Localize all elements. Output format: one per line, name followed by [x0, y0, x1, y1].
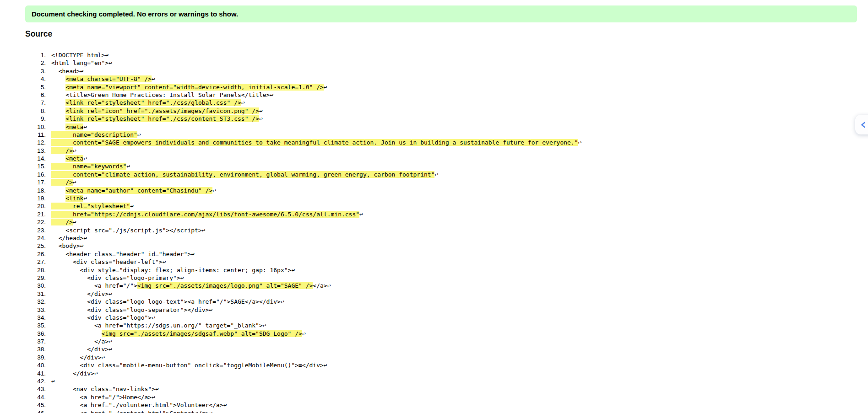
newline-glyph-icon: ↩: [51, 378, 55, 385]
source-line: 11. name="description"↩: [25, 131, 849, 139]
line-code: <script src="./js/script.js"></script>↩: [51, 226, 206, 234]
newline-glyph-icon: ↩: [80, 68, 84, 75]
line-number: 42.: [25, 377, 46, 385]
newline-glyph-icon: ↩: [108, 338, 112, 345]
newline-glyph-icon: ↩: [327, 282, 331, 289]
newline-glyph-icon: ↩: [130, 203, 134, 209]
newline-glyph-icon: ↩: [73, 179, 76, 186]
line-number: 32.: [25, 298, 46, 306]
line-code: <header class="header" id="header">↩: [51, 250, 195, 258]
line-number: 4.: [25, 75, 46, 83]
source-heading: Source: [25, 29, 52, 39]
line-code: </div>↩: [51, 354, 105, 361]
line-number: 29.: [25, 274, 46, 282]
newline-glyph-icon: ↩: [105, 52, 108, 59]
newline-glyph-icon: ↩: [281, 298, 284, 305]
source-line: 9. <link rel="stylesheet" href="./css/co…: [25, 115, 849, 123]
source-line: 23. <script src="./js/script.js"></scrip…: [25, 226, 849, 234]
source-line: 36. <img src="./assets/images/sdgsaf.web…: [25, 330, 849, 338]
source-line: 34. <div class="logo">↩: [25, 314, 849, 322]
source-line: 16. content="climate action, sustainabil…: [25, 171, 849, 178]
newline-glyph-icon: ↩: [83, 123, 87, 130]
newline-glyph-icon: ↩: [259, 115, 263, 122]
line-number: 31.: [25, 290, 46, 298]
line-number: 24.: [25, 234, 46, 242]
line-number: 11.: [25, 131, 46, 139]
line-number: 10.: [25, 123, 46, 131]
source-line: 31. </div>↩: [25, 290, 849, 298]
newline-glyph-icon: ↩: [108, 59, 112, 66]
source-line: 33. <div class="logo-separator"></div>↩: [25, 306, 849, 314]
source-line: 39. </div>↩: [25, 354, 849, 361]
line-number: 19.: [25, 194, 46, 202]
line-code: <body>↩: [51, 242, 83, 250]
source-line: 28. <div style="display: flex; align-ite…: [25, 266, 849, 274]
line-code: </div>↩: [51, 345, 112, 353]
newline-glyph-icon: ↩: [108, 346, 112, 353]
line-code: <div style="display: flex; align-items: …: [51, 266, 295, 274]
line-code: </head>↩: [51, 234, 87, 242]
line-code: <a href="/"><img src="./assets/images/lo…: [51, 282, 331, 290]
source-line: 46. <a href="./contact.html">Contact</a>…: [25, 409, 849, 413]
line-number: 15.: [25, 162, 46, 170]
source-line: 14. <meta↩: [25, 155, 849, 162]
line-number: 16.: [25, 171, 46, 178]
line-number: 39.: [25, 354, 46, 361]
line-number: 38.: [25, 345, 46, 353]
source-line: 29. <div class="logo-primary">↩: [25, 274, 849, 282]
line-number: 20.: [25, 202, 46, 210]
source-line: 19. <link↩: [25, 194, 849, 202]
line-code: name="keywords"↩: [51, 162, 130, 170]
source-line: 8. <link rel="icon" href="./assets/image…: [25, 107, 849, 115]
line-number: 13.: [25, 147, 46, 155]
source-line: 6. <title>Green Home Practices: Install …: [25, 91, 849, 99]
source-line: 15. name="keywords"↩: [25, 162, 849, 170]
line-number: 25.: [25, 242, 46, 250]
line-code: ↩: [51, 377, 55, 385]
newline-glyph-icon: ↩: [191, 251, 195, 257]
line-number: 44.: [25, 393, 46, 401]
newline-glyph-icon: ↩: [434, 171, 438, 178]
line-code: </div>↩: [51, 290, 112, 298]
line-code: href="https://cdnjs.cloudflare.com/ajax/…: [51, 210, 363, 218]
line-number: 18.: [25, 187, 46, 194]
source-line: 37. </a>↩: [25, 338, 849, 345]
source-line: 18. <meta name="author" content="Chasind…: [25, 187, 849, 194]
line-number: 2.: [25, 59, 46, 67]
line-code: />↩: [51, 218, 76, 226]
line-code: name="description"↩: [51, 131, 141, 139]
newline-glyph-icon: ↩: [209, 410, 212, 413]
line-code: <div class="logo">↩: [51, 314, 155, 322]
line-number: 45.: [25, 401, 46, 409]
success-banner-text: Document checking completed. No errors o…: [32, 10, 238, 18]
line-code: <div class="logo logo-text"><a href="/">…: [51, 298, 284, 306]
line-code: />↩: [51, 147, 76, 155]
source-line: 40. <div class="mobile-menu-button" oncl…: [25, 361, 849, 369]
newline-glyph-icon: ↩: [263, 322, 266, 329]
line-code: <a href="/">Home</a>↩: [51, 393, 155, 401]
newline-glyph-icon: ↩: [259, 107, 263, 114]
line-number: 30.: [25, 282, 46, 290]
line-code: />↩: [51, 178, 76, 186]
newline-glyph-icon: ↩: [108, 290, 112, 297]
side-panel-toggle[interactable]: [855, 115, 868, 134]
line-code: <html lang="en">↩: [51, 59, 112, 67]
line-code: <head>↩: [51, 67, 83, 75]
line-code: <a href="https://sdgs.un.org/" target="_…: [51, 322, 266, 329]
source-line: 30. <a href="/"><img src="./assets/image…: [25, 282, 849, 290]
line-code: <nav class="nav-links">↩: [51, 385, 159, 393]
line-number: 6.: [25, 91, 46, 99]
line-number: 40.: [25, 361, 46, 369]
newline-glyph-icon: ↩: [155, 386, 159, 392]
newline-glyph-icon: ↩: [163, 258, 166, 265]
chevron-left-icon: [859, 121, 868, 129]
line-code: </div>↩: [51, 370, 98, 377]
line-number: 17.: [25, 178, 46, 186]
newline-glyph-icon: ↩: [324, 362, 327, 369]
line-code: <link↩: [51, 194, 87, 202]
source-line: 43. <nav class="nav-links">↩: [25, 385, 849, 393]
source-line: 41. </div>↩: [25, 370, 849, 377]
source-line: 24. </head>↩: [25, 234, 849, 242]
newline-glyph-icon: ↩: [324, 84, 327, 91]
source-line: 5. <meta name="viewport" content="width=…: [25, 83, 849, 91]
